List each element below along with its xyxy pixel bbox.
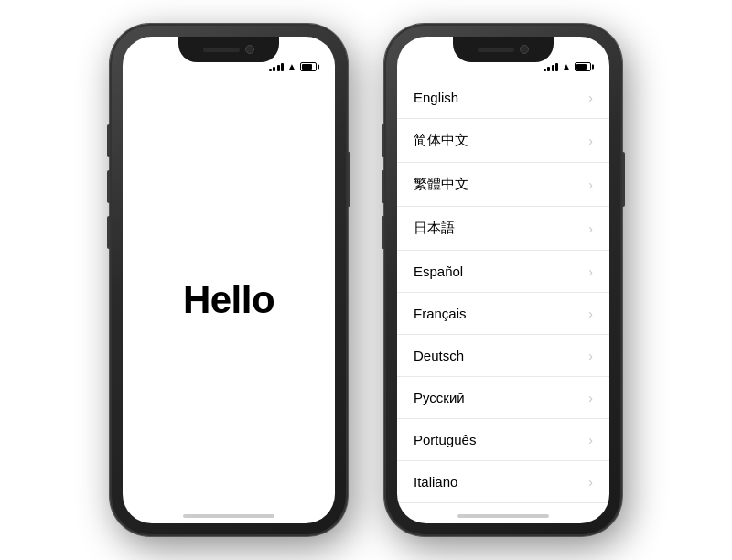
- phone-hello: 9:41 ▲ Hello: [110, 24, 348, 536]
- chevron-right-icon: ›: [588, 264, 593, 279]
- battery-fill-1: [302, 64, 312, 70]
- phone-screen-2: 9:41 ▲ English›简体中文›繁體中文›日本語›Español›Fra…: [397, 37, 609, 523]
- bar1: [269, 69, 272, 71]
- phone-language: 9:41 ▲ English›简体中文›繁體中文›日本語›Español›Fra…: [384, 24, 622, 536]
- language-list: English›简体中文›繁體中文›日本語›Español›Français›D…: [397, 77, 609, 523]
- speaker-2: [478, 48, 514, 52]
- language-name: Français: [414, 306, 467, 321]
- notch-2: [453, 37, 554, 62]
- language-item[interactable]: Русский›: [397, 377, 609, 419]
- home-indicator-2: [458, 514, 549, 518]
- chevron-right-icon: ›: [588, 433, 593, 447]
- language-item[interactable]: Italiano›: [397, 461, 609, 503]
- bar2b: [547, 67, 550, 71]
- speaker-1: [203, 48, 240, 52]
- battery-icon-1: [300, 62, 317, 71]
- chevron-right-icon: ›: [588, 91, 593, 105]
- chevron-right-icon: ›: [588, 349, 593, 363]
- bar4: [281, 63, 284, 71]
- language-item[interactable]: 简体中文›: [397, 119, 609, 163]
- language-name: Português: [414, 432, 476, 447]
- language-name: Italiano: [414, 474, 458, 490]
- language-name: Русский: [414, 390, 465, 405]
- battery-fill-2: [576, 64, 587, 70]
- chevron-right-icon: ›: [588, 134, 593, 148]
- language-name: English: [414, 90, 458, 105]
- language-item[interactable]: English›: [397, 77, 609, 119]
- language-name: 简体中文: [414, 132, 468, 149]
- camera-1: [245, 45, 254, 54]
- language-name: Deutsch: [414, 348, 464, 363]
- bar1b: [544, 69, 546, 71]
- bar2: [273, 67, 275, 71]
- bar3b: [552, 65, 554, 71]
- camera-2: [520, 45, 529, 54]
- language-item[interactable]: Português›: [397, 419, 609, 461]
- language-name: Español: [414, 264, 463, 279]
- signal-icon-2: [544, 62, 559, 71]
- status-icons-2: ▲: [544, 61, 591, 71]
- chevron-right-icon: ›: [588, 475, 593, 490]
- home-indicator-1: [183, 514, 274, 518]
- language-item[interactable]: Français›: [397, 293, 609, 335]
- bar3: [277, 65, 280, 71]
- bar4b: [555, 63, 558, 71]
- wifi-icon-1: ▲: [287, 61, 296, 71]
- phone-screen-1: 9:41 ▲ Hello: [123, 37, 335, 523]
- chevron-right-icon: ›: [588, 221, 593, 236]
- language-name: 日本語: [414, 220, 455, 237]
- signal-icon-1: [269, 62, 285, 71]
- status-icons-1: ▲: [269, 61, 317, 71]
- language-item[interactable]: 繁體中文›: [397, 163, 609, 207]
- chevron-right-icon: ›: [588, 178, 593, 192]
- language-item[interactable]: 日本語›: [397, 207, 609, 251]
- chevron-right-icon: ›: [588, 307, 593, 321]
- hello-text: Hello: [183, 278, 274, 322]
- language-item[interactable]: Deutsch›: [397, 335, 609, 377]
- notch-1: [178, 37, 279, 62]
- chevron-right-icon: ›: [588, 391, 593, 405]
- wifi-icon-2: ▲: [562, 61, 571, 71]
- hello-content: Hello: [123, 77, 335, 523]
- battery-icon-2: [575, 62, 591, 71]
- language-name: 繁體中文: [414, 176, 468, 193]
- language-item[interactable]: Español›: [397, 251, 609, 293]
